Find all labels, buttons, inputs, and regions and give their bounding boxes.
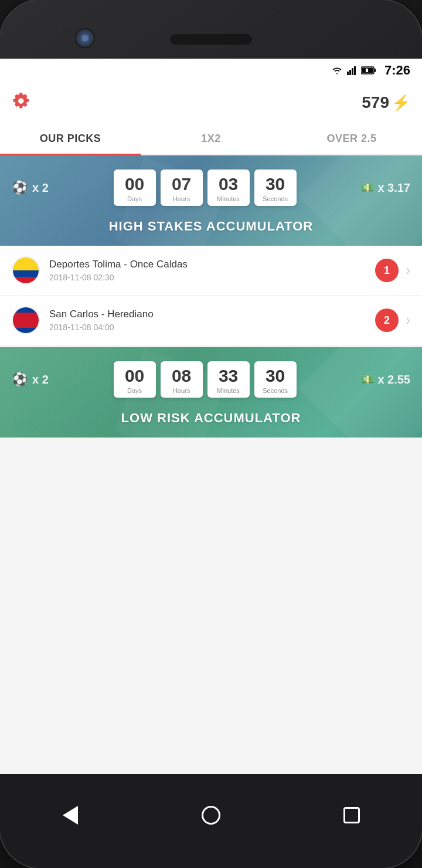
signal-icon [347,66,358,75]
high-stakes-minutes: 03 Minutes [207,169,250,206]
low-risk-minutes: 33 Minutes [207,361,250,398]
high-stakes-days: 00 Days [114,169,156,206]
high-stakes-title: HIGH STAKES ACCUMULATOR [12,219,410,234]
credits-display: 579 ⚡ [362,93,410,112]
low-risk-seconds: 30 Seconds [254,361,297,398]
lightning-icon: ⚡ [392,94,410,112]
svg-rect-3 [354,66,356,75]
chevron-right-icon-1: › [406,262,410,279]
soccer-ball-icon-2: ⚽ [12,372,28,387]
status-bar: 7:26 [0,59,422,82]
money-icon: 💵 [361,181,374,194]
svg-rect-0 [347,72,349,75]
high-stakes-card: ⚽ x 2 00 Days 07 Hours 03 [0,155,422,246]
bottom-nav [0,774,422,868]
wifi-icon [331,66,343,75]
flag-colombia [12,256,40,284]
svg-rect-1 [349,70,351,75]
match-name-2: San Carlos - Herediano [49,308,375,320]
tab-1x2[interactable]: 1X2 [141,123,281,154]
battery-icon [361,66,376,74]
match-info-2: San Carlos - Herediano 2018-11-08 04:00 [49,308,375,332]
match-number-1: 1 [375,259,399,282]
flag-costarica [12,306,40,334]
soccer-ball-icon: ⚽ [12,180,28,195]
camera [76,29,94,47]
match-item-2[interactable]: San Carlos - Herediano 2018-11-08 04:00 … [0,296,422,345]
settings-icon[interactable] [12,91,30,114]
high-stakes-match-count: ⚽ x 2 [12,180,49,195]
home-button[interactable] [196,801,226,830]
recents-button[interactable] [337,801,366,830]
match-name-1: Deportes Tolima - Once Caldas [49,259,375,270]
match-date-2: 2018-11-08 04:00 [49,323,375,332]
low-risk-days: 00 Days [114,361,156,398]
svg-rect-2 [352,68,353,75]
match-number-2: 2 [375,308,399,332]
chevron-right-icon-2: › [406,312,410,328]
high-stakes-seconds: 30 Seconds [254,169,297,206]
status-time: 7:26 [384,63,410,78]
money-icon-2: 💵 [361,373,374,386]
low-risk-multiplier: 💵 x 2.55 [361,373,410,386]
recents-square-icon [343,807,360,823]
tabs: OUR PICKS 1X2 OVER 2.5 [0,123,422,155]
main-content: ⚽ x 2 00 Days 07 Hours 03 [0,155,422,771]
tab-our-picks[interactable]: OUR PICKS [0,123,141,154]
low-risk-hours: 08 Hours [161,361,203,398]
svg-rect-5 [374,69,376,72]
home-circle-icon [202,806,220,825]
app-screen: 579 ⚡ OUR PICKS 1X2 OVER 2.5 ⚽ x 2 [0,82,422,774]
credits-value: 579 [362,93,389,112]
match-date-1: 2018-11-08 02:30 [49,273,375,282]
match-list: Deportes Tolima - Once Caldas 2018-11-08… [0,246,422,345]
match-item-1[interactable]: Deportes Tolima - Once Caldas 2018-11-08… [0,246,422,296]
high-stakes-hours: 07 Hours [161,169,203,206]
back-button[interactable] [56,801,85,830]
speaker [170,34,252,45]
low-risk-card: ⚽ x 2 00 Days 08 Hours 33 [0,347,422,438]
tab-over25[interactable]: OVER 2.5 [281,123,422,154]
match-info-1: Deportes Tolima - Once Caldas 2018-11-08… [49,259,375,282]
high-stakes-multiplier: 💵 x 3.17 [361,181,410,195]
phone-shell: 7:26 579 ⚡ OUR PICKS 1X2 OVER 2.5 [0,0,422,868]
low-risk-match-count: ⚽ x 2 [12,372,49,387]
back-triangle-icon [63,806,78,825]
low-risk-title: LOW RISK ACCUMULATOR [12,411,410,426]
top-bar: 579 ⚡ [0,82,422,123]
